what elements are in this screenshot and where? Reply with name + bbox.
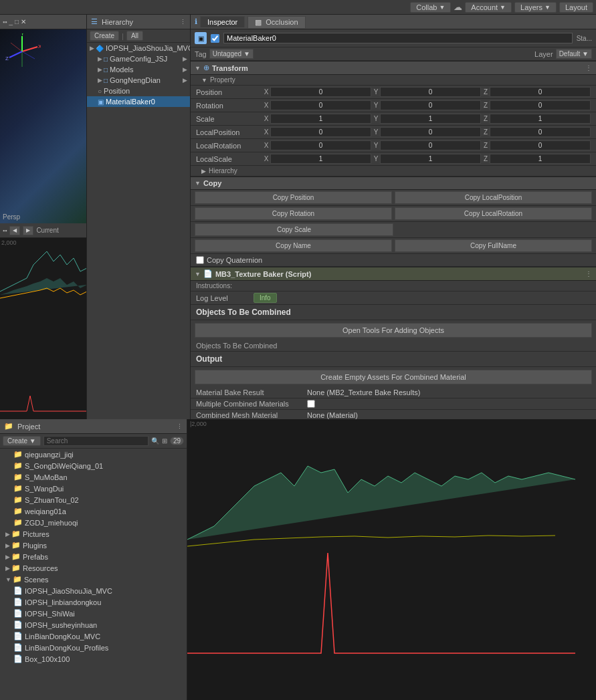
- tree-item-position[interactable]: ○ Position: [87, 86, 190, 96]
- layout-button[interactable]: Layout: [559, 2, 593, 13]
- object-active-checkbox[interactable]: [211, 34, 219, 43]
- rotation-z-input[interactable]: [490, 100, 591, 110]
- tree-item-models[interactable]: ▶ □ Models ▶: [87, 64, 190, 75]
- folder-iopsh-lin[interactable]: 📄 IOPSH_linbiandongkou: [0, 596, 187, 608]
- copy-row-4: Copy Name Copy FullName: [191, 238, 596, 254]
- tree-item-gameconfig[interactable]: ▶ □ GameConfig_JSJ ▶: [87, 53, 190, 64]
- folder-weiqiang[interactable]: 📁 weiqiang01a: [0, 505, 187, 517]
- persp-label: Persp: [3, 213, 20, 221]
- scene-maximize-icon[interactable]: □: [15, 18, 19, 25]
- layer-dropdown[interactable]: Default ▼: [556, 49, 592, 59]
- layers-button[interactable]: Layers ▼: [514, 2, 557, 13]
- project-search-input[interactable]: [43, 436, 148, 446]
- svg-line-5: [22, 51, 35, 59]
- copy-section-header[interactable]: ▼ Copy: [191, 177, 596, 190]
- create-empty-btn[interactable]: Create Empty Assets For Combined Materia…: [195, 370, 592, 384]
- prev-frame-btn[interactable]: ◀: [9, 226, 20, 235]
- lr-z-input[interactable]: [490, 140, 591, 150]
- object-name-field[interactable]: [223, 33, 573, 43]
- copy-position-btn[interactable]: Copy Position: [195, 191, 392, 204]
- position-z-group: Z: [482, 87, 591, 97]
- copy-local-position-btn[interactable]: Copy LocalPosition: [395, 191, 592, 204]
- copy-name-btn[interactable]: Copy Name: [195, 239, 392, 252]
- position-z-input[interactable]: [490, 87, 591, 97]
- left-column: ▪▪ _ □ ✕ X Y Z: [0, 15, 87, 419]
- account-button[interactable]: Account ▼: [465, 2, 512, 13]
- ls-x-input[interactable]: [270, 154, 371, 164]
- folder-iopsh-su[interactable]: 📄 IOPSH_susheyinhuan: [0, 619, 187, 630]
- folder-szhuan[interactable]: 📁 S_ZhuanTou_02: [0, 494, 187, 505]
- scale-z-group: Z: [482, 114, 591, 124]
- folder-zgdj[interactable]: 📁 ZGDJ_miehuoqi: [0, 517, 187, 528]
- ls-z-input[interactable]: [490, 154, 591, 164]
- folder-iopsh-mvc[interactable]: 📄 IOPSH_JiaoShouJia_MVC: [0, 585, 187, 596]
- folder-linbian-mvc[interactable]: 📄 LinBianDongKou_MVC: [0, 630, 187, 642]
- folder-iopsh-shi[interactable]: 📄 IOPSH_ShiWai: [0, 608, 187, 619]
- transform-section-header[interactable]: ▼ ⊕ Transform ⋮: [191, 61, 596, 75]
- lr-x-input[interactable]: [270, 140, 371, 150]
- project-options[interactable]: ⋮: [177, 423, 183, 430]
- scale-y-input[interactable]: [380, 114, 481, 124]
- hierarchy-icon: ☰: [91, 17, 98, 26]
- scene-minimize-icon[interactable]: _: [9, 18, 13, 25]
- mb3-texture-arrow: ▼: [195, 271, 201, 277]
- tree-item-materialbaker[interactable]: ▣ MaterialBaker0: [87, 96, 190, 107]
- copy-fullname-btn[interactable]: Copy FullName: [395, 239, 592, 252]
- log-level-badge[interactable]: Info: [254, 293, 277, 303]
- project-tree[interactable]: 📁 qieguangzi_jiqi 📁 S_GongDiWeiQiang_01 …: [0, 449, 187, 700]
- project-filter-icon[interactable]: ⊞: [162, 437, 167, 445]
- folder-qieguangzi[interactable]: 📁 qieguangzi_jiqi: [0, 449, 187, 460]
- mb3-texture-expand[interactable]: ⋮: [585, 270, 592, 277]
- hierarchy-expand[interactable]: ⋮: [180, 19, 186, 25]
- tag-dropdown[interactable]: Untagged ▼: [209, 49, 254, 59]
- position-y-input[interactable]: [380, 87, 481, 97]
- folder-swang[interactable]: 📁 S_WangDui: [0, 483, 187, 494]
- folder-icon-qieguangzi: 📁: [13, 450, 23, 459]
- hierarchy-create-btn[interactable]: Create: [90, 31, 119, 41]
- collab-button[interactable]: Collab ▼: [410, 2, 451, 13]
- copy-scale-btn[interactable]: Copy Scale: [195, 223, 393, 236]
- lp-z-input[interactable]: [490, 127, 591, 137]
- copy-quaternion-checkbox[interactable]: [196, 256, 204, 264]
- copy-rotation-btn[interactable]: Copy Rotation: [195, 207, 392, 220]
- folder-icon-iopsh-mvc: 📄: [13, 586, 23, 595]
- ls-y-input[interactable]: [380, 154, 481, 164]
- folder-pictures[interactable]: ▶ 📁 Pictures: [0, 528, 187, 540]
- play-btn[interactable]: ▶: [23, 226, 33, 235]
- folder-smumo[interactable]: 📁 S_MuMoBan: [0, 471, 187, 483]
- project-create-btn[interactable]: Create ▼: [3, 436, 41, 446]
- folder-sgongdi[interactable]: 📁 S_GongDiWeiQiang_01: [0, 460, 187, 471]
- rotation-x-input[interactable]: [270, 100, 371, 110]
- folder-box[interactable]: 📄 Box_100x100: [0, 653, 187, 665]
- rotation-y-input[interactable]: [380, 100, 481, 110]
- hierarchy-all-btn[interactable]: All: [126, 31, 143, 41]
- transform-expand-btn[interactable]: ⋮: [585, 64, 592, 72]
- tab-occlusion[interactable]: ▩ Occlusion: [247, 16, 305, 28]
- tree-item-models-label: Models: [110, 66, 133, 74]
- mb3-texture-section-header[interactable]: ▼ 📄 MB3_Texture Baker (Script) ⋮: [191, 267, 596, 281]
- scale-x-input[interactable]: [270, 114, 371, 124]
- lr-y-input[interactable]: [380, 140, 481, 150]
- tab-inspector[interactable]: Inspector: [200, 16, 245, 27]
- scale-z-input[interactable]: [490, 114, 591, 124]
- lp-y-input[interactable]: [380, 127, 481, 137]
- multiple-combined-row: Multiple Combined Materials: [191, 398, 596, 410]
- lp-x-input[interactable]: [270, 127, 371, 137]
- tree-item-root[interactable]: ▶ 🔷 IOPSH_JiaoShouJia_MVC*= ▶: [87, 43, 190, 53]
- folder-scenes[interactable]: ▼ 📁 Scenes: [0, 574, 187, 585]
- open-tools-btn[interactable]: Open Tools For Adding Objects: [195, 323, 592, 338]
- position-row: Position X Y Z: [191, 86, 596, 99]
- scene-close-icon[interactable]: ✕: [21, 18, 26, 25]
- folder-prefabs[interactable]: ▶ 📁 Prefabs: [0, 551, 187, 562]
- position-x-input[interactable]: [270, 87, 371, 97]
- folder-resources[interactable]: ▶ 📁 Resources: [0, 562, 187, 574]
- folder-linbian-profiles[interactable]: 📄 LinBianDongKou_Profiles: [0, 642, 187, 653]
- multiple-combined-checkbox[interactable]: [307, 400, 315, 408]
- folder-plugins[interactable]: ▶ 📁 Plugins: [0, 540, 187, 551]
- copy-local-rotation-btn[interactable]: Copy LocalRotation: [395, 207, 592, 220]
- position-label: Position: [196, 88, 263, 96]
- inspector-body[interactable]: ▣ Sta... Tag Untagged ▼ Layer Default ▼: [191, 29, 596, 419]
- tree-item-gongneng[interactable]: ▶ □ GongNengDian ▶: [87, 75, 190, 86]
- inspector-icon: ℹ: [195, 17, 197, 26]
- local-position-xyz: X Y Z: [263, 127, 591, 137]
